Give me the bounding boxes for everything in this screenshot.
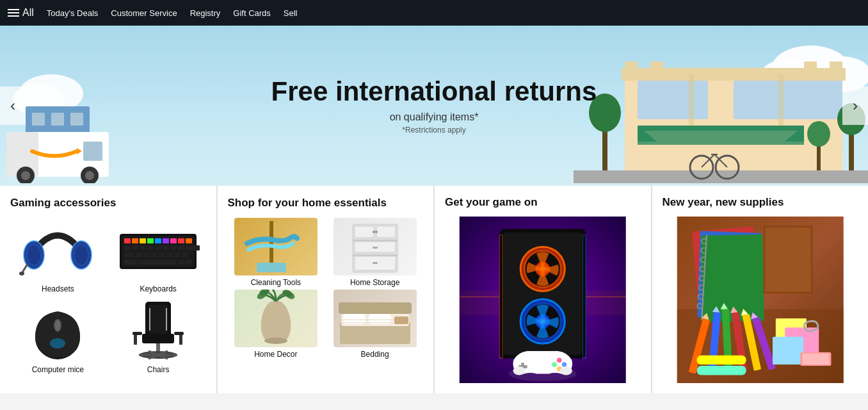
home-essentials-title: Shop for your home essentials bbox=[228, 196, 424, 210]
svg-rect-72 bbox=[136, 252, 142, 258]
headset-label: Headsets bbox=[42, 284, 74, 293]
svg-rect-57 bbox=[155, 238, 161, 243]
hero-subtitle: on qualifying items* bbox=[271, 111, 597, 123]
svg-point-87 bbox=[50, 338, 65, 348]
svg-rect-67 bbox=[163, 245, 169, 250]
bedding-image bbox=[334, 290, 417, 347]
new-supplies-title: New year, new supplies bbox=[663, 196, 858, 209]
svg-rect-94 bbox=[174, 332, 184, 335]
svg-rect-108 bbox=[376, 226, 396, 238]
home-storage-item[interactable]: Home Storage bbox=[326, 218, 423, 287]
svg-rect-77 bbox=[174, 252, 181, 258]
svg-rect-109 bbox=[373, 231, 375, 233]
svg-rect-124 bbox=[339, 302, 412, 314]
gaming-headset-item[interactable]: Headsets bbox=[10, 218, 106, 293]
hero-prev-button[interactable]: ‹ bbox=[0, 86, 26, 125]
svg-rect-92 bbox=[142, 334, 174, 343]
svg-rect-4 bbox=[51, 113, 64, 126]
cleaning-tools-item[interactable]: Cleaning Tools bbox=[228, 218, 325, 287]
svg-point-44 bbox=[28, 245, 40, 265]
hero-next-button[interactable]: › bbox=[842, 86, 868, 125]
keyboard-label: Keyboards bbox=[140, 284, 176, 293]
svg-rect-59 bbox=[170, 238, 177, 243]
gaming-accessories-items: Headsets bbox=[10, 218, 206, 374]
svg-point-11 bbox=[21, 171, 30, 180]
bedding-item[interactable]: Bedding bbox=[326, 290, 423, 359]
nav-sell[interactable]: Sell bbox=[284, 8, 298, 18]
svg-rect-190 bbox=[696, 366, 746, 375]
svg-point-155 bbox=[560, 366, 572, 375]
hero-restriction: *Restrictions apply bbox=[271, 126, 597, 135]
new-supplies-card: New year, new supplies bbox=[652, 186, 869, 393]
svg-rect-27 bbox=[734, 81, 842, 119]
svg-rect-82 bbox=[186, 259, 192, 265]
svg-point-86 bbox=[55, 320, 60, 331]
home-storage-label: Home Storage bbox=[350, 278, 399, 287]
svg-rect-103 bbox=[257, 263, 286, 272]
svg-rect-22 bbox=[830, 62, 842, 71]
svg-rect-89 bbox=[149, 305, 168, 334]
hero-building-illustration bbox=[574, 42, 868, 186]
nav-customer-service[interactable]: Customer Service bbox=[111, 8, 177, 18]
svg-rect-61 bbox=[186, 238, 192, 243]
svg-rect-28 bbox=[638, 126, 804, 145]
svg-rect-107 bbox=[355, 226, 374, 238]
svg-rect-74 bbox=[151, 252, 157, 258]
svg-rect-62 bbox=[124, 245, 131, 250]
svg-rect-8 bbox=[83, 142, 102, 161]
svg-rect-63 bbox=[132, 245, 138, 250]
svg-rect-81 bbox=[178, 259, 184, 265]
product-grid: Gaming accessories bbox=[0, 186, 868, 393]
svg-point-46 bbox=[75, 245, 88, 265]
svg-rect-113 bbox=[373, 247, 378, 249]
svg-rect-65 bbox=[147, 245, 154, 250]
svg-point-154 bbox=[513, 366, 526, 375]
gaming-mouse-item[interactable]: Computer mice bbox=[10, 299, 106, 374]
svg-rect-58 bbox=[163, 238, 169, 243]
svg-rect-5 bbox=[70, 113, 83, 126]
gaming-pc-image[interactable] bbox=[445, 217, 641, 383]
hero-banner: ‹ Free international returns bbox=[0, 26, 868, 186]
gaming-keyboard-item[interactable]: Keyboards bbox=[111, 218, 206, 293]
cleaning-tools-image bbox=[234, 218, 317, 275]
svg-rect-69 bbox=[178, 245, 184, 250]
svg-rect-95 bbox=[134, 335, 137, 345]
nav-todays-deals[interactable]: Today's Deals bbox=[47, 8, 99, 18]
svg-rect-20 bbox=[650, 62, 663, 71]
hero-content: Free international returns on qualifying… bbox=[271, 77, 597, 135]
svg-point-149 bbox=[562, 362, 567, 367]
new-supplies-image[interactable] bbox=[663, 217, 858, 383]
nav-registry[interactable]: Registry bbox=[190, 8, 221, 18]
svg-rect-73 bbox=[143, 252, 150, 258]
svg-rect-70 bbox=[186, 245, 200, 250]
gaming-accessories-card: Gaming accessories bbox=[0, 186, 216, 393]
svg-rect-114 bbox=[373, 262, 378, 264]
svg-rect-71 bbox=[124, 252, 134, 258]
mouse-label: Computer mice bbox=[32, 365, 84, 374]
svg-rect-66 bbox=[155, 245, 161, 250]
gaming-chair-item[interactable]: Chairs bbox=[111, 299, 206, 374]
svg-rect-41 bbox=[689, 74, 694, 126]
gaming-pc-title: Get your game on bbox=[445, 196, 641, 209]
headset-image bbox=[16, 218, 99, 282]
svg-rect-21 bbox=[804, 62, 817, 71]
mouse-image bbox=[16, 299, 99, 363]
home-decor-item[interactable]: Home Decor bbox=[228, 290, 325, 359]
svg-rect-189 bbox=[696, 356, 746, 365]
svg-rect-188 bbox=[802, 354, 829, 365]
svg-point-148 bbox=[557, 358, 562, 363]
home-essentials-items: Cleaning Tools bbox=[228, 218, 424, 359]
keyboard-image bbox=[117, 218, 200, 282]
home-decor-image bbox=[234, 290, 317, 347]
svg-rect-110 bbox=[375, 231, 378, 233]
all-label[interactable]: All bbox=[22, 7, 34, 19]
svg-point-50 bbox=[19, 272, 24, 275]
nav-gift-cards[interactable]: Gift Cards bbox=[233, 8, 271, 18]
svg-rect-53 bbox=[124, 238, 131, 243]
cleaning-tools-label: Cleaning Tools bbox=[251, 278, 301, 287]
svg-rect-42 bbox=[778, 74, 784, 126]
svg-rect-93 bbox=[133, 332, 142, 335]
all-menu[interactable]: All bbox=[8, 7, 34, 19]
svg-point-115 bbox=[264, 338, 287, 344]
chair-label: Chairs bbox=[147, 365, 170, 374]
